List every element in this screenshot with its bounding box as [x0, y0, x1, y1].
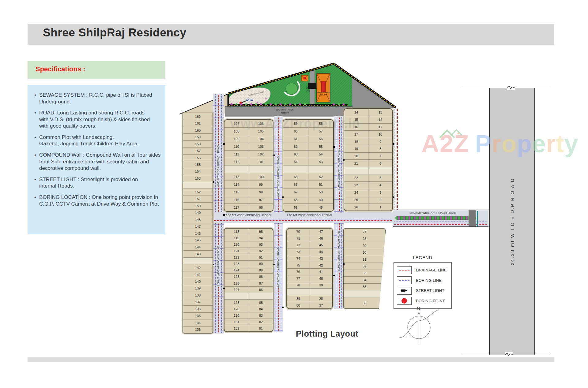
specifications-list: •SEWAGE SYSTEM : R.C.C. pipe of ISI is P…	[28, 85, 165, 234]
plot-7: 7	[368, 153, 392, 160]
boring-line	[276, 117, 276, 331]
shrub-row	[395, 216, 476, 220]
plot-126: 126	[224, 280, 249, 287]
plot-90: 90	[249, 261, 273, 267]
plot-blank	[310, 289, 333, 295]
boring-line	[281, 117, 281, 331]
block-e: 7071727374757677788980474645444342414039…	[286, 228, 333, 309]
legend-item-label: STREET LIGHT	[416, 288, 444, 293]
plot-86: 86	[249, 287, 273, 293]
plot-81: 81	[249, 325, 273, 331]
jogging-track	[225, 106, 352, 116]
spec-item: •BORING LOCATION : One boring point prov…	[34, 194, 162, 207]
legend-item-label: BORING POINT	[416, 299, 445, 303]
plot-45: 45	[310, 242, 333, 249]
plot-blank	[249, 293, 273, 300]
road-label: 7.50 MT WIDE APPROACH ROAD	[225, 213, 271, 217]
plot-131: 131	[224, 319, 249, 325]
plot-37: 37	[310, 302, 333, 308]
plot-29: 29	[344, 242, 385, 249]
watermark-url: www.A2ZProperty.in	[230, 116, 360, 131]
north-compass: N	[398, 306, 440, 346]
plot-43: 43	[310, 255, 333, 262]
street-light-icon	[213, 181, 214, 183]
legend-item-label: DRAINAGE LINE	[416, 268, 447, 272]
garden-structure	[308, 83, 316, 89]
plot-75: 75	[287, 262, 310, 269]
plot-96: 96	[249, 204, 273, 211]
boring-line-sample	[399, 280, 409, 281]
plot-104: 104	[249, 135, 273, 143]
plot-72: 72	[287, 242, 310, 249]
gazebo-icon	[301, 75, 308, 81]
spec-text: SEWAGE SYSTEM : R.C.C. pipe of ISI is Pl…	[39, 92, 152, 105]
plot-33: 33	[344, 270, 385, 277]
plot-62: 62	[283, 143, 308, 151]
plot-column: 1181191201211221231241251261271281291301…	[224, 229, 249, 331]
street-light-icon	[282, 196, 284, 198]
plot-160: 160	[183, 127, 213, 134]
plot-4: 4	[368, 182, 392, 189]
plot-154: 154	[183, 168, 213, 175]
plot-48: 48	[308, 204, 333, 211]
street-light-icon	[273, 155, 275, 156]
boring-line-boundary	[394, 109, 394, 226]
plot-blank	[183, 182, 213, 189]
house-roof-icon	[439, 127, 464, 139]
plot-40: 40	[310, 275, 333, 282]
plot-25: 25	[344, 196, 368, 203]
road-h1: 7.50 MT WIDE APPROACH ROAD7.50 MT WIDE A…	[213, 212, 393, 223]
plot-101: 101	[249, 158, 273, 166]
spec-item: •COMPOUND Wall : Compound Wall on all fo…	[34, 152, 162, 172]
spec-item: •SEWAGE SYSTEM : R.C.C. pipe of ISI is P…	[34, 92, 162, 105]
plot-120: 120	[224, 241, 249, 248]
boring-point-icon	[397, 297, 412, 305]
plot-159: 159	[183, 134, 213, 140]
plot-113: 113	[224, 173, 249, 181]
bullet-icon: •	[34, 134, 39, 147]
road-v3: 6.00 MT WIDE APPROACH ROAD6.00 MT WIDE A…	[334, 116, 344, 309]
plot-148: 148	[183, 216, 213, 223]
plot-blank	[308, 166, 333, 173]
road-v1: 6.00 MT WIDE APPROACH ROAD6.00 MT WIDE A…	[213, 94, 224, 334]
road-label: 6.00 MT WIDE APPROACH ROAD	[337, 230, 340, 272]
plot-39: 39	[310, 282, 333, 289]
plot-column: 959493929190898887868584838281	[249, 229, 273, 331]
plan-caption: Plotting Layout	[296, 329, 358, 339]
legend-item: BORING LINE	[397, 276, 451, 284]
bullet-icon: •	[34, 176, 39, 189]
plot-21: 21	[344, 160, 368, 167]
plot-99: 99	[249, 181, 273, 188]
plot-63: 63	[283, 151, 308, 158]
plot-73: 73	[287, 248, 310, 255]
plot-41: 41	[310, 269, 333, 275]
plot-27: 27	[344, 229, 385, 235]
plot-column: 107108109110111112113114115116117	[224, 120, 249, 211]
plot-30: 30	[344, 249, 385, 256]
legend: DRAINAGE LINEBORING LINE✦STREET LIGHTBOR…	[394, 262, 452, 309]
plot-144: 144	[183, 244, 213, 251]
plot-76: 76	[287, 269, 310, 275]
plot-38: 38	[310, 295, 333, 302]
street-light-star: ✦	[404, 289, 408, 293]
bracket-wall-area: 1281.5FT	[320, 94, 327, 96]
boring-line	[221, 94, 222, 333]
plot-66: 66	[283, 181, 308, 188]
plot-151: 151	[183, 196, 213, 203]
bullet-icon: •	[34, 110, 39, 129]
bracket-wall: BRACKET WALL 1281.5FT	[317, 73, 330, 102]
plot-26: 26	[344, 203, 368, 211]
spec-text: Common Plot with Landscaping.Gazebo, Jog…	[39, 134, 139, 147]
plot-71: 71	[287, 235, 310, 242]
legend-item-label: BORING LINE	[416, 278, 442, 283]
plot-110: 110	[224, 143, 249, 151]
plot-146: 146	[183, 230, 213, 237]
plot-92: 92	[249, 248, 273, 254]
plot-85: 85	[249, 300, 273, 306]
drainage-line	[278, 118, 279, 331]
watermark-letter: r	[492, 130, 502, 157]
plot-77: 77	[287, 275, 310, 282]
plot-68: 68	[283, 196, 308, 204]
plot-17: 17	[344, 131, 368, 138]
plot-93: 93	[249, 241, 273, 248]
